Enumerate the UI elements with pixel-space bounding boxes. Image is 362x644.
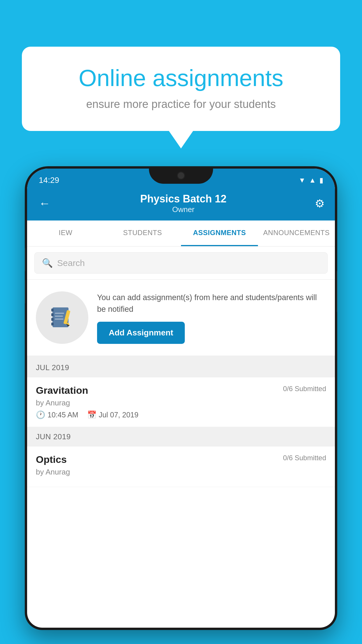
assignment-meta: 🕐 10:45 AM 📅 Jul 07, 2019	[36, 410, 326, 419]
tab-students[interactable]: STUDENTS	[104, 220, 181, 246]
svg-rect-4	[51, 323, 54, 326]
assignment-date-value: Jul 07, 2019	[99, 411, 138, 419]
signal-icon: ▲	[309, 176, 316, 184]
header-subtitle: Owner	[140, 205, 226, 214]
svg-rect-10	[55, 318, 64, 320]
phone-screen: 14:29 ▼ ▲ ▮ ← Physics Batch 12 Owner ⚙	[27, 169, 335, 628]
tabs-bar: IEW STUDENTS ASSIGNMENTS ANNOUNCEMENTS	[27, 220, 335, 246]
assignment-author-optics: by Anurag	[36, 468, 326, 477]
calendar-icon: 📅	[87, 410, 96, 419]
add-assignment-button[interactable]: Add Assignment	[97, 322, 185, 344]
tab-announcements[interactable]: ANNOUNCEMENTS	[258, 220, 335, 246]
tab-assignments[interactable]: ASSIGNMENTS	[181, 220, 258, 246]
search-input[interactable]: Search	[57, 258, 85, 268]
power-button	[337, 271, 337, 312]
assignment-submitted-optics: 0/6 Submitted	[283, 454, 326, 462]
section-jun-2019: JUN 2019	[27, 427, 335, 447]
promo-speech-bubble: Online assignments ensure more practice …	[22, 47, 340, 131]
status-time: 14:29	[39, 176, 59, 185]
assignment-title: Gravitation	[36, 385, 88, 396]
promo-text: You can add assignment(s) from here and …	[97, 292, 326, 315]
svg-rect-1	[51, 309, 54, 312]
assignment-item-optics[interactable]: Optics 0/6 Submitted by Anurag	[27, 447, 335, 487]
battery-icon: ▮	[319, 176, 323, 184]
promo-section: You can add assignment(s) from here and …	[27, 280, 335, 358]
phone-wrapper: 14:29 ▼ ▲ ▮ ← Physics Batch 12 Owner ⚙	[25, 166, 337, 644]
svg-rect-9	[55, 316, 63, 317]
assignment-item-gravitation[interactable]: Gravitation 0/6 Submitted by Anurag 🕐 10…	[27, 377, 335, 427]
bubble-title: Online assignments	[45, 64, 317, 92]
assignment-row1-optics: Optics 0/6 Submitted	[36, 454, 326, 465]
front-camera	[177, 172, 185, 180]
search-bar[interactable]: 🔍 Search	[34, 252, 328, 274]
assignment-book-icon	[49, 304, 75, 331]
status-icons: ▼ ▲ ▮	[298, 176, 323, 184]
assignment-time: 🕐 10:45 AM	[36, 410, 78, 419]
header-title: Physics Batch 12	[140, 193, 226, 205]
tab-iew[interactable]: IEW	[27, 220, 104, 246]
volume-down-button	[25, 280, 25, 303]
svg-rect-8	[55, 313, 64, 314]
section-jul-2019: JUL 2019	[27, 358, 335, 377]
back-button[interactable]: ←	[37, 195, 52, 211]
assignment-row1: Gravitation 0/6 Submitted	[36, 385, 326, 396]
speech-bubble-box: Online assignments ensure more practice …	[22, 47, 340, 131]
assignment-date: 📅 Jul 07, 2019	[87, 410, 138, 419]
volume-up-button	[25, 248, 25, 271]
assignment-time-value: 10:45 AM	[48, 411, 78, 419]
assignment-title-optics: Optics	[36, 454, 67, 465]
bubble-subtitle: ensure more practice for your students	[45, 98, 317, 111]
wifi-icon: ▼	[298, 176, 305, 184]
promo-content: You can add assignment(s) from here and …	[97, 292, 326, 344]
assignment-submitted: 0/6 Submitted	[283, 385, 326, 393]
clock-icon: 🕐	[36, 410, 45, 419]
app-header: ← Physics Batch 12 Owner ⚙	[27, 188, 335, 220]
search-container: 🔍 Search	[27, 246, 335, 280]
promo-icon-circle	[36, 291, 88, 344]
phone-frame: 14:29 ▼ ▲ ▮ ← Physics Batch 12 Owner ⚙	[25, 166, 337, 630]
search-icon: 🔍	[42, 258, 53, 268]
header-center: Physics Batch 12 Owner	[140, 193, 226, 214]
svg-rect-2	[51, 313, 54, 316]
phone-notch	[149, 166, 213, 184]
assignment-author: by Anurag	[36, 398, 326, 407]
settings-icon[interactable]: ⚙	[315, 197, 325, 210]
svg-rect-3	[51, 318, 54, 321]
